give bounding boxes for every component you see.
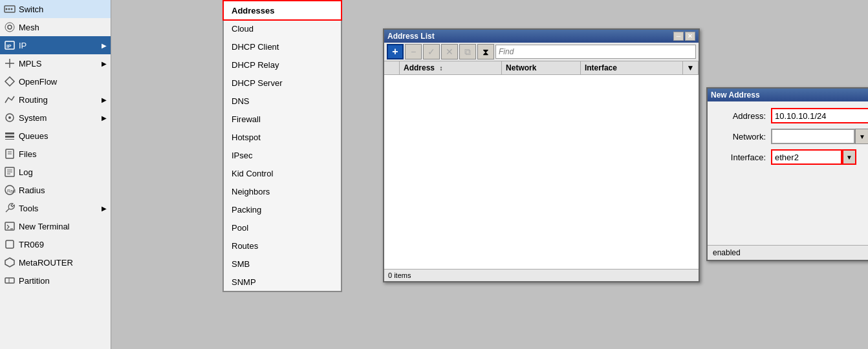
sidebar-item-tr069[interactable]: TR069 (0, 235, 111, 253)
col-filter-dropdown[interactable]: ▼ (683, 61, 699, 74)
svg-point-5 (5, 23, 14, 32)
menu-item-cloud[interactable]: Cloud (224, 19, 341, 37)
menu-item-routes[interactable]: Routes (224, 237, 341, 255)
files-icon (4, 148, 16, 160)
svg-marker-27 (5, 258, 14, 267)
find-input[interactable] (495, 45, 696, 59)
svg-rect-13 (5, 136, 14, 138)
sidebar-item-queues[interactable]: Queues (0, 127, 111, 145)
disable-button[interactable]: ✕ (441, 44, 458, 59)
sidebar-item-log[interactable]: Log (0, 163, 111, 181)
sidebar-item-files[interactable]: Files (0, 145, 111, 163)
sidebar-item-label: Queues (19, 131, 49, 141)
sidebar-item-label: Switch (19, 5, 43, 14)
col-check-header (384, 61, 400, 74)
sidebar-item-openflow[interactable]: OpenFlow (0, 72, 111, 90)
sidebar-item-label: New Terminal (19, 222, 70, 231)
add-button[interactable]: + (387, 44, 404, 59)
menu-item-snmp[interactable]: SNMP (224, 273, 341, 291)
col-address-header[interactable]: Address ↕ (400, 61, 502, 74)
sidebar-item-tools[interactable]: Tools ▶ (0, 199, 111, 217)
col-network-header[interactable]: Network (502, 61, 581, 74)
svg-point-1 (6, 8, 8, 10)
sidebar-item-switch[interactable]: Switch (0, 0, 111, 18)
mpls-arrow: ▶ (102, 60, 107, 67)
sidebar-item-label: Log (19, 167, 33, 177)
minimize-button[interactable]: ─ (673, 32, 684, 41)
sidebar-item-label: MetaROUTER (19, 258, 73, 268)
menu-item-ipsec[interactable]: IPsec (224, 146, 341, 164)
ip-arrow: ▶ (102, 42, 107, 49)
menu-item-firewall[interactable]: Firewall (224, 110, 341, 128)
menu-item-hotspot[interactable]: Hotspot (224, 128, 341, 146)
address-label: Address: (714, 111, 766, 121)
enable-button[interactable]: ✓ (423, 44, 440, 59)
interface-dropdown-button[interactable]: ▼ (842, 149, 856, 165)
sidebar-item-metarouter[interactable]: MetaROUTER (0, 253, 111, 271)
sidebar-item-new-terminal[interactable]: New Terminal (0, 217, 111, 235)
menu-item-dhcp-client[interactable]: DHCP Client (224, 37, 341, 56)
mesh-icon (4, 21, 16, 33)
svg-point-3 (11, 8, 13, 10)
svg-rect-12 (5, 132, 14, 134)
menu-item-neighbors[interactable]: Neighbors (224, 182, 341, 200)
sidebar-item-radius[interactable]: Rad Radius (0, 181, 111, 199)
openflow-icon (4, 76, 16, 87)
sidebar-item-partition[interactable]: Partition (0, 271, 111, 290)
sidebar: Switch Mesh IP IP ▶ MPLS ▶ OpenFlow (0, 0, 111, 349)
sidebar-item-label: IP (19, 41, 27, 50)
address-row: Address: (714, 108, 868, 123)
sidebar-item-label: TR069 (19, 240, 44, 249)
interface-row: Interface: ▼ (714, 149, 868, 165)
menu-item-kid-control[interactable]: Kid Control (224, 164, 341, 182)
sidebar-item-label: Files (19, 149, 36, 159)
address-table-body (384, 75, 699, 269)
sidebar-item-system[interactable]: System ▶ (0, 109, 111, 127)
sidebar-item-mesh[interactable]: Mesh (0, 18, 111, 36)
interface-label: Interface: (714, 153, 766, 162)
copy-button[interactable]: ⧉ (459, 44, 476, 59)
address-list-title: Address List (387, 32, 435, 41)
metarouter-icon (4, 257, 16, 268)
svg-point-4 (8, 25, 12, 29)
ip-icon: IP (4, 39, 16, 51)
window-controls: ─ ✕ (673, 32, 695, 41)
sidebar-item-label: Radius (19, 185, 45, 195)
menu-item-dhcp-server[interactable]: DHCP Server (224, 74, 341, 92)
sidebar-item-mpls[interactable]: MPLS ▶ (0, 54, 111, 72)
sidebar-item-ip[interactable]: IP IP ▶ (0, 36, 111, 54)
new-address-title: New Address (711, 90, 760, 100)
switch-icon (4, 3, 16, 15)
menu-item-dhcp-relay[interactable]: DHCP Relay (224, 56, 341, 74)
tools-arrow: ▶ (102, 205, 107, 212)
svg-point-2 (8, 8, 10, 10)
network-input[interactable] (771, 129, 855, 144)
system-arrow: ▶ (102, 114, 107, 122)
col-interface-header[interactable]: Interface (581, 61, 683, 74)
menu-item-smb[interactable]: SMB (224, 255, 341, 273)
sidebar-item-label: System (19, 113, 47, 123)
routing-icon (4, 94, 16, 105)
mpls-icon (4, 58, 16, 69)
partition-icon (4, 275, 16, 286)
menu-item-dns[interactable]: DNS (224, 92, 341, 110)
radius-icon: Rad (4, 184, 16, 196)
address-input[interactable] (771, 108, 868, 123)
menu-item-pool[interactable]: Pool (224, 218, 341, 237)
menu-item-packing[interactable]: Packing (224, 200, 341, 218)
svg-text:Rad: Rad (7, 189, 16, 193)
svg-rect-28 (5, 278, 14, 283)
network-dropdown-button[interactable]: ▼ (855, 129, 868, 144)
tools-icon (4, 202, 16, 214)
close-button[interactable]: ✕ (685, 32, 695, 41)
sidebar-item-label: Routing (19, 95, 48, 105)
ip-dropdown-menu: Addresses Cloud DHCP Client DHCP Relay D… (222, 0, 342, 292)
new-address-content: Address: Network: ▼ Interface: ▼ OK Canc… (708, 101, 868, 245)
table-header: Address ↕ Network Interface ▼ (384, 61, 699, 75)
menu-item-addresses[interactable]: Addresses (224, 1, 341, 19)
sidebar-item-routing[interactable]: Routing ▶ (0, 90, 111, 109)
remove-button[interactable]: − (405, 44, 422, 59)
filter-button[interactable]: ⧗ (477, 44, 494, 59)
network-label: Network: (714, 132, 766, 142)
interface-input[interactable] (771, 149, 842, 165)
